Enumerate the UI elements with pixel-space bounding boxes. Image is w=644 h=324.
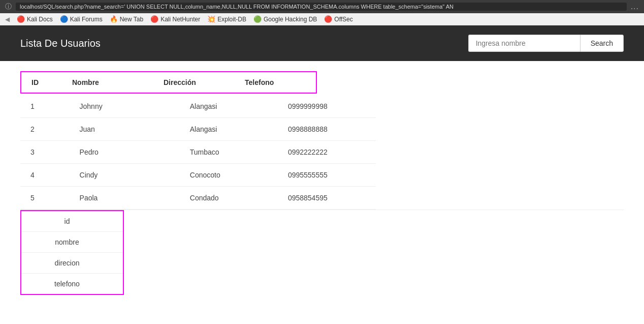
new-tab-label: New Tab [120, 16, 143, 23]
rows-area: 1JohnnyAlangasi09999999982JuanAlangasi09… [20, 95, 624, 210]
search-input[interactable] [468, 35, 580, 52]
page-title: Lista De Usuarios [20, 38, 101, 49]
kali-forums-label: Kali Forums [70, 16, 103, 23]
cell-nombre: Pedro [70, 141, 180, 164]
header-table: ID Nombre Dirección Telefono [21, 72, 316, 93]
cell-id: 3 [20, 141, 70, 164]
google-hacking-icon: 🟢 [253, 15, 262, 23]
schema-cell: telefono [21, 274, 123, 294]
bookmark-google-hacking[interactable]: 🟢 Google Hacking DB [253, 15, 317, 23]
table-header-row: ID Nombre Dirección Telefono [21, 72, 316, 93]
table-row: 1JohnnyAlangasi0999999998 [20, 95, 376, 118]
col-header-id: ID [21, 72, 62, 93]
cell-direccion: Alangasi [180, 95, 278, 118]
app-header: Lista De Usuarios Search [0, 25, 644, 61]
table-row: 5PaolaCondado0958854595 [20, 187, 376, 210]
search-area: Search [468, 35, 624, 52]
col-header-direccion: Dirección [153, 72, 235, 93]
cell-direccion: Tumbaco [180, 141, 278, 164]
back-icon: ◀ [5, 16, 10, 23]
cell-telefono: 0995555555 [278, 164, 376, 187]
table-row: 4CindyConocoto0995555555 [20, 164, 376, 187]
schema-leak-box: idnombredireciontelefono [20, 210, 124, 295]
data-rows-table: 1JohnnyAlangasi09999999982JuanAlangasi09… [20, 95, 376, 210]
cell-nombre: Juan [70, 118, 180, 141]
bottom-section: idnombredireciontelefono [20, 210, 624, 295]
col-header-nombre: Nombre [62, 72, 153, 93]
menu-dots[interactable]: ... [631, 2, 639, 11]
cell-id: 1 [20, 95, 70, 118]
bookmark-kali-docs[interactable]: 🔴 Kali Docs [17, 15, 53, 23]
cell-id: 5 [20, 187, 70, 210]
schema-cell: direcion [21, 253, 123, 274]
info-icon: ⓘ [5, 2, 12, 11]
table-row: 3PedroTumbaco0992222222 [20, 141, 376, 164]
cell-telefono: 0999999998 [278, 95, 376, 118]
kali-nethunter-label: Kali NetHunter [160, 16, 200, 23]
offsec-label: OffSec [334, 16, 352, 23]
header-box: ID Nombre Dirección Telefono [20, 71, 317, 94]
kali-docs-icon: 🔴 [17, 15, 25, 23]
table-row: 2JuanAlangasi0998888888 [20, 118, 376, 141]
bookmark-offsec[interactable]: 🔴 OffSec [324, 15, 352, 23]
cell-direccion: Conocoto [180, 164, 278, 187]
kali-nethunter-icon: 🔴 [150, 15, 158, 23]
main-content: ID Nombre Dirección Telefono 1JohnnyAlan… [0, 61, 644, 305]
cell-telefono: 0992222222 [278, 141, 376, 164]
bookmark-exploit-db[interactable]: 💥 Exploit-DB [207, 15, 246, 23]
cell-direccion: Condado [180, 187, 278, 210]
url-bar[interactable]: localhost/SQL/search.php?name_search=' U… [16, 3, 627, 11]
cell-nombre: Paola [70, 187, 180, 210]
schema-cell: id [21, 211, 123, 232]
browser-bar: ⓘ localhost/SQL/search.php?name_search='… [0, 0, 644, 13]
schema-cell: nombre [21, 232, 123, 253]
bookmark-kali-forums[interactable]: 🔵 Kali Forums [60, 15, 103, 23]
google-hacking-label: Google Hacking DB [264, 16, 317, 23]
schema-row: direcion [21, 253, 123, 274]
schema-row: id [21, 211, 123, 232]
bookmarks-bar: ◀ 🔴 Kali Docs 🔵 Kali Forums 🔥 New Tab 🔴 … [0, 13, 644, 25]
cell-telefono: 0958854595 [278, 187, 376, 210]
kali-forums-icon: 🔵 [60, 15, 68, 23]
bookmark-new-tab[interactable]: 🔥 New Tab [110, 15, 143, 23]
schema-table: idnombredireciontelefono [21, 211, 123, 294]
cell-id: 2 [20, 118, 70, 141]
cell-nombre: Johnny [70, 95, 180, 118]
kali-docs-label: Kali Docs [27, 16, 53, 23]
exploit-db-label: Exploit-DB [217, 16, 246, 23]
schema-row: telefono [21, 274, 123, 294]
exploit-db-icon: 💥 [207, 15, 215, 23]
cell-telefono: 0998888888 [278, 118, 376, 141]
cell-nombre: Cindy [70, 164, 180, 187]
schema-row: nombre [21, 232, 123, 253]
new-tab-icon: 🔥 [110, 15, 118, 23]
col-header-telefono: Telefono [235, 72, 316, 93]
bookmark-kali-nethunter[interactable]: 🔴 Kali NetHunter [150, 15, 200, 23]
offsec-icon: 🔴 [324, 15, 332, 23]
search-button[interactable]: Search [580, 35, 624, 52]
cell-id: 4 [20, 164, 70, 187]
cell-direccion: Alangasi [180, 118, 278, 141]
